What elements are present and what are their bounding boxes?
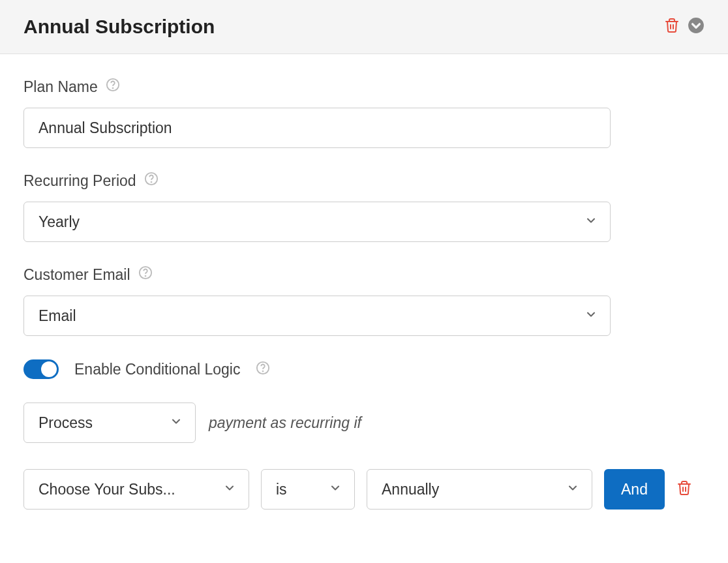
collapse-icon[interactable] [688, 17, 705, 37]
recurring-period-label: Recurring Period [23, 172, 705, 190]
logic-action-row: Process payment as recurring if [23, 403, 705, 443]
header-actions [664, 17, 705, 37]
condition-field-select-wrapper: Choose Your Subs... [23, 469, 249, 510]
customer-email-field: Customer Email Email [23, 266, 705, 336]
svg-point-6 [145, 276, 145, 277]
help-icon[interactable] [138, 266, 153, 284]
plan-name-input[interactable] [23, 108, 611, 148]
condition-operator-select[interactable]: is [261, 469, 355, 510]
panel-header: Annual Subscription [0, 0, 728, 54]
and-button[interactable]: And [604, 469, 665, 510]
recurring-period-select[interactable]: Yearly [23, 202, 611, 242]
help-icon[interactable] [144, 172, 159, 190]
customer-email-select-wrapper: Email [23, 296, 611, 336]
condition-row: Choose Your Subs... is Annually [23, 469, 705, 510]
trash-icon[interactable] [676, 480, 692, 498]
customer-email-label: Customer Email [23, 266, 705, 284]
condition-value-select-wrapper: Annually [367, 469, 592, 510]
recurring-period-field: Recurring Period Yearly [23, 172, 705, 242]
plan-name-label: Plan Name [23, 78, 705, 96]
help-icon[interactable] [106, 78, 120, 96]
label-text: Recurring Period [23, 172, 136, 190]
toggle-knob [41, 361, 57, 377]
action-select-wrapper: Process [23, 403, 196, 443]
trash-icon[interactable] [664, 18, 680, 36]
conditional-logic-toggle[interactable] [23, 359, 59, 379]
condition-field-select[interactable]: Choose Your Subs... [23, 469, 249, 510]
customer-email-select[interactable]: Email [23, 296, 611, 336]
svg-point-0 [688, 18, 704, 33]
toggle-label: Enable Conditional Logic [74, 361, 240, 378]
label-text: Customer Email [23, 266, 130, 284]
action-select[interactable]: Process [23, 403, 196, 443]
svg-point-8 [263, 371, 264, 372]
plan-name-field: Plan Name [23, 78, 705, 148]
recurring-period-select-wrapper: Yearly [23, 202, 611, 242]
condition-operator-select-wrapper: is [261, 469, 355, 510]
condition-value-select[interactable]: Annually [367, 469, 592, 510]
conditional-logic-toggle-row: Enable Conditional Logic [23, 359, 705, 379]
panel-title: Annual Subscription [23, 16, 215, 38]
logic-middle-text: payment as recurring if [209, 414, 361, 432]
svg-point-2 [112, 88, 113, 89]
panel-content: Plan Name Recurring Period [0, 54, 728, 541]
svg-point-4 [151, 182, 151, 183]
label-text: Plan Name [23, 78, 98, 96]
help-icon[interactable] [256, 361, 270, 378]
